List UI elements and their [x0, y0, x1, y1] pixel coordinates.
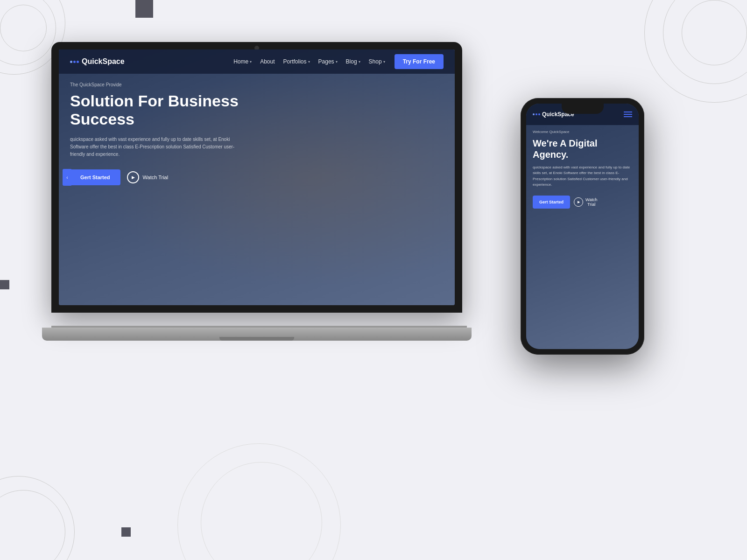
phone-get-started-button[interactable]: Gert Started — [533, 196, 570, 209]
deco-square-3 — [121, 527, 131, 537]
deco-square-1 — [135, 0, 153, 18]
logo-dot-2 — [73, 61, 76, 63]
chevron-down-icon: ▾ — [383, 60, 385, 64]
laptop-logo-text: QuickSpace — [82, 57, 125, 66]
phone-screen-background: QuickSpace Welcome QuickSpace We're A Di… — [526, 104, 639, 349]
nav-link-about[interactable]: About — [260, 58, 275, 65]
phone-hero-buttons: Gert Started ▶ WatchTrial — [533, 196, 632, 209]
laptop-hero-section: The QuickSpace Provide Solution For Busi… — [70, 82, 444, 305]
phone-hero-section: Welcome QuickSpace We're A Digital Agenc… — [533, 130, 632, 349]
phone-body: QuickSpace Welcome QuickSpace We're A Di… — [521, 98, 644, 355]
page: { "page": { "background": "#f0f0f5" }, "… — [0, 0, 747, 560]
logo-dot-1 — [70, 61, 72, 63]
phone-notch — [562, 104, 604, 114]
phone-logo-dot-1 — [533, 113, 535, 115]
phone-play-icon: ▶ — [574, 197, 583, 207]
phone-watch-trial-button[interactable]: ▶ WatchTrial — [574, 197, 597, 207]
hamburger-line-2 — [624, 114, 632, 115]
chevron-down-icon: ▾ — [308, 60, 310, 64]
deco-circle-3 — [0, 5, 47, 51]
logo-dot-3 — [77, 61, 79, 63]
hamburger-line-3 — [624, 116, 632, 117]
nav-link-blog[interactable]: Blog ▾ — [346, 58, 360, 65]
nav-link-home[interactable]: Home ▾ — [233, 58, 252, 65]
nav-link-pages[interactable]: Pages ▾ — [318, 58, 338, 65]
play-icon: ▶ — [127, 171, 139, 183]
phone-watch-label: WatchTrial — [585, 197, 597, 207]
laptop-navbar: QuickSpace Home ▾ About Portfolios ▾ — [59, 49, 455, 74]
laptop-nav-links: Home ▾ About Portfolios ▾ Pages ▾ — [233, 58, 385, 65]
phone-logo-dots — [533, 113, 540, 115]
laptop-device: QuickSpace Home ▾ About Portfolios ▾ — [51, 42, 467, 341]
phone-hero-description: quickspace asked with vast experience an… — [533, 165, 632, 188]
chevron-down-icon: ▾ — [336, 60, 338, 64]
slider-prev-arrow[interactable]: ‹ — [63, 169, 72, 186]
screen-background: QuickSpace Home ▾ About Portfolios ▾ — [59, 49, 455, 305]
phone-screen: QuickSpace Welcome QuickSpace We're A Di… — [526, 104, 639, 349]
laptop-logo: QuickSpace — [70, 57, 125, 66]
chevron-down-icon: ▾ — [250, 60, 252, 64]
laptop-get-started-button[interactable]: Gert Started — [70, 169, 120, 185]
laptop-body: QuickSpace Home ▾ About Portfolios ▾ — [51, 42, 462, 313]
laptop-hero-title: Solution For Business Success — [70, 92, 266, 128]
hamburger-menu-button[interactable] — [624, 112, 632, 117]
phone-device: QuickSpace Welcome QuickSpace We're A Di… — [521, 98, 644, 355]
try-for-free-button[interactable]: Try For Free — [395, 54, 444, 69]
phone-logo-dot-2 — [536, 113, 537, 115]
chevron-down-icon: ▾ — [359, 60, 360, 64]
phone-hero-title: We're A Digital Agency. — [533, 138, 632, 160]
watch-trial-label: Watch Trial — [143, 175, 169, 180]
laptop-screen: QuickSpace Home ▾ About Portfolios ▾ — [59, 49, 455, 305]
deco-circle-10 — [682, 0, 747, 65]
logo-dots — [70, 61, 79, 63]
nav-link-shop[interactable]: Shop ▾ — [369, 58, 385, 65]
laptop-hero-tag: The QuickSpace Provide — [70, 82, 444, 87]
phone-logo-dot-3 — [538, 113, 540, 115]
hamburger-line-1 — [624, 112, 632, 112]
phone-hero-tag: Welcome QuickSpace — [533, 130, 632, 134]
laptop-watch-trial-button[interactable]: ▶ Watch Trial — [127, 171, 169, 183]
deco-square-2 — [0, 280, 9, 289]
laptop-hero-buttons: Gert Started ▶ Watch Trial — [70, 169, 444, 185]
laptop-hero-description: quickspace asked with vast experience an… — [70, 136, 238, 158]
nav-link-portfolios[interactable]: Portfolios ▾ — [283, 58, 310, 65]
laptop-base — [42, 328, 472, 341]
